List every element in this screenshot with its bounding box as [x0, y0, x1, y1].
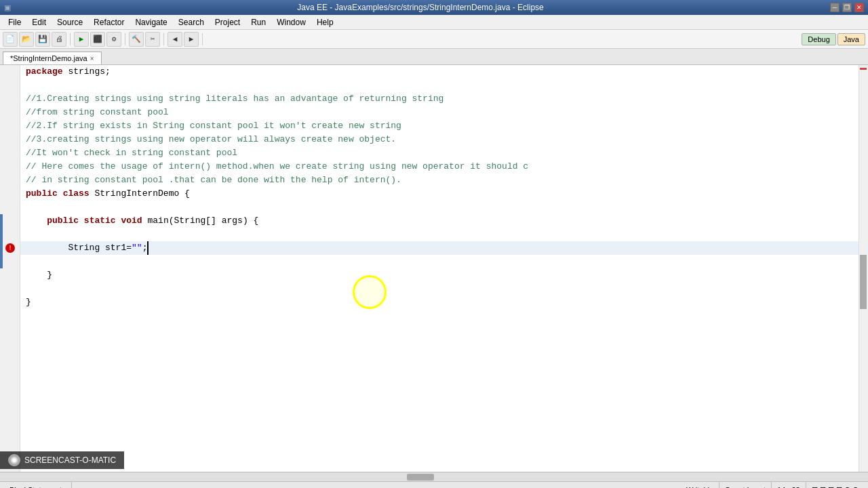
- title-text: Java EE - JavaExamples/src/strings/Strin…: [297, 3, 543, 12]
- screencast-watermark: SCREENCAST-O-MATIC: [0, 451, 124, 469]
- right-margin: [859, 65, 868, 472]
- minimize-btn[interactable]: ─: [830, 3, 840, 12]
- line-gutter: !: [0, 65, 20, 472]
- debug-run-btn[interactable]: ⬛: [90, 32, 105, 47]
- debug-perspective-btn[interactable]: Debug: [802, 33, 835, 45]
- code-line-7: //It won't check in string constant pool: [20, 146, 859, 160]
- menu-run[interactable]: Run: [245, 16, 271, 28]
- text-cursor: [147, 241, 154, 255]
- new-btn[interactable]: 📄: [3, 32, 18, 47]
- open-btn[interactable]: 📂: [19, 32, 34, 47]
- menu-navigate[interactable]: Navigate: [130, 16, 172, 28]
- back-btn[interactable]: ◀: [167, 32, 182, 47]
- status-writable: Writable: [681, 482, 719, 488]
- java-perspective-btn[interactable]: Java: [837, 33, 865, 45]
- status-description: BlockStatements: [4, 482, 72, 488]
- menu-edit[interactable]: Edit: [26, 16, 52, 28]
- menu-search[interactable]: Search: [173, 16, 210, 28]
- menu-window[interactable]: Window: [271, 16, 311, 28]
- code-editor[interactable]: package strings; //1.Creating strings us…: [20, 65, 859, 472]
- code-line-6: //3.creating strings using new operator …: [20, 133, 859, 146]
- status-insert-mode: Smart Insert: [719, 482, 772, 488]
- error-marker: !: [1, 241, 19, 255]
- error-dot: !: [5, 243, 15, 253]
- sep4: [202, 33, 203, 45]
- sep2: [125, 33, 125, 45]
- h-scrollbar[interactable]: [0, 472, 868, 481]
- menu-help[interactable]: Help: [311, 16, 339, 28]
- editor-container: ! package strings; //1.Creating strings …: [0, 65, 868, 472]
- ext-tools-btn[interactable]: ⚙: [106, 32, 121, 47]
- fwd-btn[interactable]: ▶: [184, 32, 199, 47]
- status-position: 14 : 23: [772, 482, 806, 488]
- editor-tab[interactable]: *StringInternDemo.java ×: [3, 52, 102, 64]
- h-scroll-thumb[interactable]: [407, 474, 434, 481]
- print-btn[interactable]: 🖨: [52, 32, 66, 47]
- run-btn[interactable]: ▶: [74, 32, 89, 47]
- code-line-15: [20, 255, 859, 268]
- save-btn[interactable]: 💾: [35, 32, 50, 47]
- scroll-thumb[interactable]: [860, 255, 867, 309]
- tab-close-btn[interactable]: ×: [90, 55, 94, 62]
- menu-bar: File Edit Source Refactor Navigate Searc…: [0, 15, 868, 30]
- code-line-13: [20, 228, 859, 241]
- screencast-label: SCREENCAST-O-MATIC: [24, 455, 116, 465]
- title-controls[interactable]: ─ ❒ ✕: [830, 3, 864, 12]
- build-btn[interactable]: 🔨: [129, 32, 144, 47]
- code-line-17: [20, 282, 859, 296]
- menu-file[interactable]: File: [3, 16, 26, 28]
- close-btn[interactable]: ✕: [854, 3, 864, 12]
- menu-project[interactable]: Project: [210, 16, 245, 28]
- code-line-14: String str1="";: [20, 241, 859, 255]
- code-line-10: public class StringInternDemo {: [20, 187, 859, 201]
- code-line-12: public static void main(String[] args) {: [20, 214, 859, 228]
- status-bar: BlockStatements Writable Smart Insert 14…: [0, 481, 868, 488]
- code-line-9: // in string constant pool .that can be …: [20, 174, 859, 187]
- clean-btn[interactable]: ✂: [145, 32, 160, 47]
- title-bar: ▣ Java EE - JavaExamples/src/strings/Str…: [0, 0, 868, 15]
- code-line-2: [20, 79, 859, 92]
- code-line-3: //1.Creating strings using string litera…: [20, 92, 859, 106]
- code-line-5: //2.If string exists in String constant …: [20, 119, 859, 133]
- restore-btn[interactable]: ❒: [842, 3, 852, 12]
- screencast-logo: [8, 454, 20, 466]
- menu-refactor[interactable]: Refactor: [88, 16, 130, 28]
- tab-label: *StringInternDemo.java: [10, 54, 87, 62]
- code-line-8: // Here comes the usage of intern() meth…: [20, 160, 859, 174]
- code-line-4: //from string constant pool: [20, 106, 859, 119]
- overview-marker-1: [860, 68, 867, 70]
- menu-source[interactable]: Source: [52, 16, 88, 28]
- status-icons: ⊞ ⊡ ⊟ ⊠ ⊙ ⊗: [806, 482, 864, 488]
- sep1: [70, 33, 71, 45]
- code-line-18: }: [20, 296, 859, 309]
- tab-bar: *StringInternDemo.java ×: [0, 49, 868, 65]
- sep3: [163, 33, 164, 45]
- code-line-1: package strings;: [20, 65, 859, 79]
- code-line-11: [20, 201, 859, 214]
- toolbar: 📄 📂 💾 🖨 ▶ ⬛ ⚙ 🔨 ✂ ◀ ▶ Debug Java: [0, 30, 868, 49]
- code-line-16: }: [20, 268, 859, 282]
